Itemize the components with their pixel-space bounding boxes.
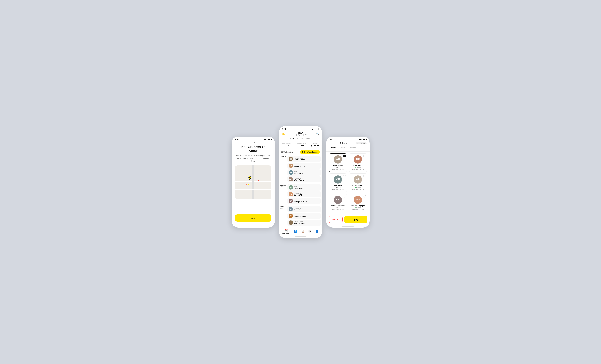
appt-service: Haircut & Beard — [294, 221, 320, 222]
appointment-item[interactable]: BC Haircut & Beard Bessie Cooper — [287, 156, 321, 162]
status-text: Available — [336, 207, 341, 208]
filter-actions: Default Apply — [326, 214, 370, 226]
staff-check — [343, 175, 346, 177]
staff-check — [363, 155, 366, 157]
time-group-2: 11:30 am30 min JJ Haircut & Beard Jacob … — [280, 205, 321, 226]
nav-appointment[interactable]: 📅 Appointment — [282, 229, 290, 234]
selected-badge: Selected (1) — [356, 142, 367, 144]
nav-clients[interactable]: 👥 — [294, 230, 297, 233]
time-dur: 30 min — [280, 186, 287, 187]
staff-hours: 10:30 am - 7:00 pm — [352, 209, 364, 210]
staff-hours: 10:30 am - 7:00 pm — [332, 209, 344, 210]
staff-card[interactable]: ✓ AF Albert Flores Available 10:30 am - … — [329, 153, 347, 172]
search-icon[interactable]: 🔍 — [316, 132, 319, 135]
appt-service: Haircut & Beard — [294, 192, 320, 194]
time-dur: 30 min — [280, 157, 287, 159]
status-text: Available — [356, 167, 361, 168]
staff-status: Available — [335, 187, 341, 188]
filter-tab-staff[interactable]: Staff — [329, 146, 338, 150]
screen1-content: 1 / 3 Find Business You Know Find busine… — [231, 141, 275, 225]
staff-photo: CF — [334, 175, 342, 184]
home-indicator — [247, 226, 259, 226]
screens-container: 9:41 ▲ 1 / 3 Find Business You Know Find… — [231, 126, 370, 238]
filter-tabs: Staff Times Services — [326, 146, 370, 152]
staff-name: Annette Black — [352, 184, 364, 186]
staff-card[interactable]: RF Robert Fox Available 10:30 am - 7:00 … — [349, 153, 367, 172]
nav-reports[interactable]: 📋 — [301, 230, 304, 233]
staff-card[interactable]: SN Savannah Nguyen Available 10:30 am - … — [349, 194, 367, 212]
appointment-item[interactable]: JW Haircut & Beard Jenny Wilson — [287, 191, 321, 197]
appt-name: Arlene McCoy — [294, 166, 320, 167]
staff-check — [363, 175, 366, 177]
tab-monthly[interactable]: Monthly — [306, 137, 312, 140]
appt-name: Jenny Wilson — [294, 194, 320, 196]
appt-avatar: TW — [289, 221, 293, 225]
route-line — [235, 165, 271, 199]
appointment-item[interactable]: AM Haircut & Beard Arlene McCoy — [287, 163, 321, 169]
bottom-nav: 📅 Appointment 👥 📋 🎲 👤 — [279, 227, 322, 236]
filter-tab-times[interactable]: Times — [338, 146, 347, 150]
appt-service: Beard — [294, 186, 320, 187]
plus-circle-icon: ⊕ — [302, 151, 304, 153]
appt-avatar: FM — [289, 185, 293, 190]
appt-info: Haircut & Beard Wade Warren — [294, 178, 320, 181]
staff-hours: 10:30 am - 7:00 pm — [352, 188, 364, 190]
nav-profile[interactable]: 👤 — [315, 230, 319, 233]
back-icon[interactable]: ← — [329, 142, 332, 145]
status-time-3: 9:41 — [330, 138, 334, 141]
next-button[interactable]: Next — [235, 214, 271, 222]
staff-card[interactable]: CF Cody Fisher Available 10:30 am - 7:00… — [329, 173, 347, 192]
appointment-item[interactable]: KM Haircut & Beard Kathryn Murphy — [287, 198, 321, 204]
new-appointment-button[interactable]: ⊕ New Appointment — [300, 150, 320, 154]
appointment-item[interactable]: WW Haircut & Beard Wade Warren — [287, 176, 321, 182]
appointment-icon: 📅 — [284, 229, 288, 232]
status-bar-1: 9:41 ▲ — [231, 137, 275, 141]
appt-name: Bessie Cooper — [294, 159, 320, 161]
staff-check — [343, 195, 346, 198]
appt-service: Beard — [294, 171, 320, 172]
tab-today[interactable]: Today — [289, 137, 294, 140]
staff-status: Available — [355, 207, 361, 208]
tab-weekly[interactable]: Weekly — [297, 137, 303, 140]
screen1-title: Find Business You Know — [235, 145, 271, 153]
staff-name: Savannah Nguyen — [351, 205, 365, 206]
appointment-item[interactable]: FM Beard Floyd Miles — [287, 184, 321, 191]
appointment-item[interactable]: JB Beard Jerome Bell — [287, 169, 321, 176]
status-icons-1: ▲ — [263, 139, 271, 140]
nav-extras[interactable]: 🎲 — [308, 230, 311, 233]
appt-avatar: AM — [289, 163, 293, 168]
wifi-icon: ▲ — [266, 139, 268, 140]
appointment-item[interactable]: TW Haircut & Beard Theresa Webb — [287, 220, 321, 226]
appointment-item[interactable]: JJ Haircut & Beard Jacob Jones — [287, 206, 321, 212]
staff-photo: RF — [354, 155, 362, 163]
today-label[interactable]: Today ˅ — [294, 131, 307, 134]
staff-name: Cody Fisher — [333, 184, 343, 186]
appointment-item[interactable]: RE Haircut & Beard Ralph Edwards — [287, 213, 321, 219]
filter-tab-services[interactable]: Services — [347, 146, 358, 150]
appt-service: Haircut & Beard — [294, 178, 320, 179]
extras-icon: 🎲 — [308, 230, 311, 233]
default-button[interactable]: Default — [329, 216, 343, 223]
appt-avatar: BC — [289, 157, 293, 161]
switch-view-button[interactable]: ⊞ Switch View — [281, 151, 293, 153]
screen1-phone: 9:41 ▲ 1 / 3 Find Business You Know Find… — [231, 137, 275, 227]
staff-card[interactable]: LA Leslie Alexander Available 10:30 am -… — [329, 194, 347, 212]
staff-hours: 10:30 am - 7:00 pm — [332, 188, 344, 190]
appt-service: Haircut & Beard — [294, 208, 320, 209]
appt-name: Ralph Edwards — [294, 216, 320, 218]
time-val: 11:00 am — [280, 184, 287, 186]
clients-icon: 👥 — [294, 230, 297, 233]
today-time: 10:30 AM - 8:00 PM — [294, 134, 307, 136]
bell-icon[interactable]: 🔔 — [282, 132, 285, 135]
time-dur: 30 min — [280, 208, 287, 209]
status-time-1: 9:41 — [235, 138, 239, 141]
staff-card[interactable]: AB Annette Black Available 10:30 am - 7:… — [349, 173, 367, 192]
profile-icon: 👤 — [315, 230, 319, 233]
apply-button[interactable]: Apply — [344, 216, 367, 223]
appt-info: Haircut & Beard Bessie Cooper — [294, 157, 320, 161]
screen2-phone: 9:41 ▲ 🔔 Today ˅ 10:30 AM - 8:00 PM 🔍 — [279, 126, 322, 238]
appt-avatar: JJ — [289, 207, 293, 211]
status-text: Available — [336, 167, 341, 168]
appt-name: Kathryn Murphy — [294, 201, 320, 202]
staff-photo: LA — [334, 196, 342, 204]
